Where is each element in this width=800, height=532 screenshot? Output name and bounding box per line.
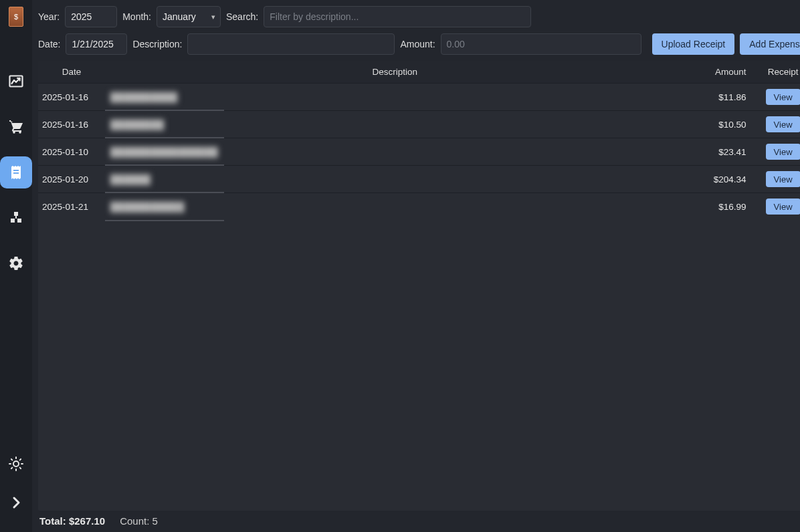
year-input[interactable] — [65, 6, 117, 27]
view-receipt-button[interactable]: View — [766, 171, 800, 187]
header-amount[interactable]: Amount — [685, 61, 752, 84]
amount-label: Amount: — [400, 39, 435, 49]
cell-amount: $10.50 — [685, 111, 752, 138]
expense-table-wrap: Date Description Amount Receipt 2025-01-… — [38, 61, 800, 511]
cart-icon[interactable] — [0, 111, 32, 143]
analytics-icon[interactable] — [0, 65, 32, 98]
svg-rect-6 — [15, 216, 17, 219]
app-logo — [9, 7, 23, 27]
table-row[interactable]: 2025-01-16████████$10.50View — [38, 111, 800, 138]
view-receipt-button[interactable]: View — [766, 89, 800, 105]
description-label: Description: — [132, 39, 182, 49]
footer: Total: $267.10 Count: 5 — [38, 511, 800, 532]
gear-icon[interactable] — [0, 247, 32, 279]
main-content: Year: Month: January Search: Date: Descr… — [32, 0, 800, 532]
year-label: Year: — [38, 11, 60, 22]
chevron-right-icon[interactable] — [5, 492, 27, 513]
svg-line-15 — [20, 459, 21, 460]
date-label: Date: — [38, 39, 60, 49]
cell-description: ████████ — [105, 111, 685, 138]
cell-date: 2025-01-16 — [38, 84, 105, 111]
table-row[interactable]: 2025-01-10████████████████$23.41View — [38, 138, 800, 166]
total-display: Total: $267.10 — [39, 515, 105, 527]
cell-amount: $16.99 — [685, 193, 752, 221]
svg-line-14 — [11, 468, 12, 469]
receipt-icon[interactable] — [0, 156, 32, 188]
table-row[interactable]: 2025-01-20██████$204.34View — [38, 166, 800, 193]
cell-date: 2025-01-21 — [38, 193, 105, 221]
date-input[interactable] — [66, 33, 127, 55]
svg-rect-3 — [14, 212, 18, 216]
amount-input[interactable] — [441, 33, 641, 55]
svg-line-11 — [20, 468, 21, 469]
month-label: Month: — [122, 11, 151, 22]
cell-date: 2025-01-16 — [38, 111, 105, 138]
sidebar — [0, 0, 32, 532]
svg-rect-4 — [11, 219, 15, 223]
description-input[interactable] — [187, 33, 395, 55]
svg-point-1 — [13, 131, 15, 134]
cell-date: 2025-01-10 — [38, 138, 105, 166]
search-label: Search: — [226, 11, 258, 22]
search-input[interactable] — [264, 6, 531, 27]
inventory-icon[interactable] — [0, 202, 32, 234]
table-row[interactable]: 2025-01-16██████████$11.86View — [38, 84, 800, 111]
svg-rect-5 — [17, 219, 21, 223]
cell-amount: $23.41 — [685, 138, 752, 166]
header-receipt[interactable]: Receipt — [752, 61, 800, 84]
add-expense-button[interactable]: Add Expense — [740, 33, 800, 55]
svg-point-7 — [13, 461, 19, 467]
cell-amount: $204.34 — [685, 166, 752, 193]
month-select[interactable]: January — [157, 6, 221, 27]
filter-row: Year: Month: January Search: — [38, 6, 800, 27]
cell-description: ████████████████ — [105, 138, 685, 166]
view-receipt-button[interactable]: View — [766, 198, 800, 215]
svg-line-10 — [11, 459, 12, 460]
table-row[interactable]: 2025-01-21███████████$16.99View — [38, 193, 800, 221]
sun-icon[interactable] — [5, 453, 27, 475]
header-date[interactable]: Date — [38, 61, 105, 84]
upload-receipt-button[interactable]: Upload Receipt — [652, 33, 735, 55]
add-row: Date: Description: Amount: Upload Receip… — [38, 33, 800, 55]
cell-description: ███████████ — [105, 193, 685, 221]
expense-table: Date Description Amount Receipt 2025-01-… — [38, 61, 800, 221]
cell-description: ██████ — [105, 166, 685, 193]
cell-date: 2025-01-20 — [38, 166, 105, 193]
count-display: Count: 5 — [120, 515, 158, 527]
header-description[interactable]: Description — [105, 61, 685, 84]
view-receipt-button[interactable]: View — [766, 144, 800, 160]
svg-point-2 — [19, 131, 21, 134]
view-receipt-button[interactable]: View — [766, 116, 800, 132]
cell-description: ██████████ — [105, 84, 685, 111]
cell-amount: $11.86 — [685, 84, 752, 111]
